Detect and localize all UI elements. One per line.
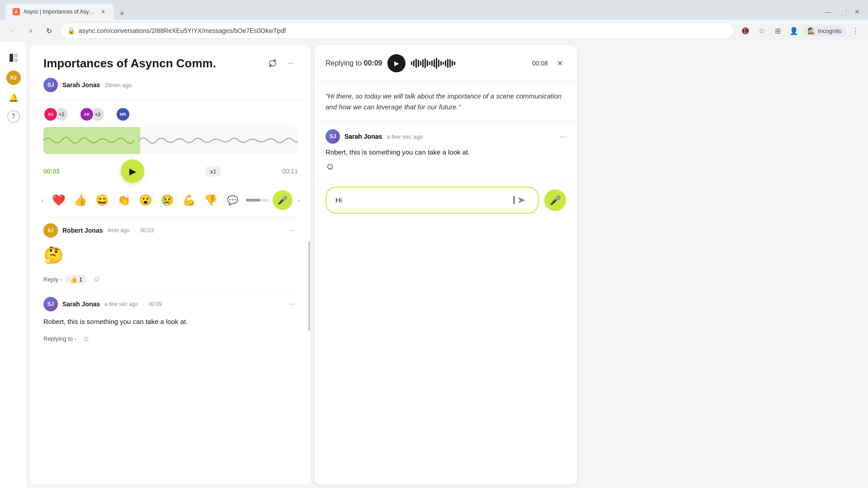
- reply-input-area: Hi 🎤: [315, 179, 577, 221]
- share-button[interactable]: [265, 56, 280, 70]
- listener-avatar-2: AK: [80, 107, 94, 122]
- message-emoji-1: 🤔: [43, 246, 64, 264]
- mic-record-button[interactable]: 🎤: [273, 190, 292, 210]
- scrollbar-thumb[interactable]: [308, 241, 310, 331]
- reply-waveform: [411, 58, 527, 69]
- close-reply-panel-button[interactable]: ✕: [553, 57, 566, 70]
- forward-button[interactable]: ›: [24, 23, 38, 38]
- wave-bar: [454, 61, 455, 65]
- wave-bar: [440, 61, 442, 66]
- send-button[interactable]: [514, 193, 529, 207]
- browser-chrome: A Async | Importances of Asynco Co... ✕ …: [0, 0, 868, 42]
- reaction-heart[interactable]: ❤️: [49, 190, 69, 210]
- reaction-flex[interactable]: 💪: [179, 190, 199, 210]
- separator-2: ·: [142, 301, 144, 307]
- listener-group-2: AK +2: [80, 107, 105, 122]
- message-time-1: 4min ago: [107, 227, 129, 234]
- bookmark-icon[interactable]: ☆: [754, 23, 769, 38]
- wave-bar: [436, 58, 437, 69]
- chrome-menu[interactable]: ⋮: [848, 23, 863, 38]
- reply-mic-button[interactable]: 🎤: [544, 189, 566, 211]
- reply-label-2: Replying to: [43, 335, 73, 342]
- listener-groups: SJ +2 AK +2 MR: [43, 107, 298, 122]
- wave-bar: [443, 62, 444, 65]
- reply-text-input-wrapper[interactable]: Hi: [326, 187, 539, 214]
- listener-group-1: SJ +2: [43, 107, 69, 122]
- reply-play-button[interactable]: ▶: [387, 54, 406, 72]
- user-avatar[interactable]: RJ: [6, 70, 21, 85]
- reaction-thumbsdown[interactable]: 👎: [201, 190, 221, 210]
- reaction-surprised[interactable]: 😮: [136, 190, 156, 210]
- incognito-badge: 🕵 Incognito: [803, 25, 846, 36]
- reply-input-text: Hi: [335, 196, 514, 204]
- reply-label-1: Reply: [43, 276, 58, 283]
- tab-title: Async | Importances of Asynco Co...: [24, 9, 96, 15]
- reaction-clap[interactable]: 👏: [114, 190, 134, 210]
- reply-button-1[interactable]: Reply ›: [43, 274, 62, 285]
- chrome-apps-icon[interactable]: ⊞: [770, 23, 785, 38]
- sidebar-panel-icon[interactable]: [5, 49, 23, 67]
- speed-control[interactable]: x1: [206, 166, 221, 177]
- message-more-2[interactable]: ···: [285, 298, 298, 310]
- svg-rect-0: [9, 54, 13, 62]
- reply-chevron-2: ›: [75, 336, 76, 342]
- more-options-button[interactable]: ···: [283, 56, 298, 70]
- message-body-1: 🤔: [43, 241, 298, 271]
- tab-close-btn[interactable]: ✕: [99, 8, 107, 15]
- wave-bar: [411, 61, 412, 65]
- help-icon[interactable]: ?: [7, 110, 20, 123]
- reaction-bar: ‹ ❤️ 👍 😄 👏 😮 😢 💪 👎 💬 🎤 ›: [31, 187, 311, 214]
- profile-icon[interactable]: 👤: [787, 23, 801, 38]
- window-maximize[interactable]: ⬜: [837, 6, 848, 17]
- window-close[interactable]: ✕: [852, 6, 863, 17]
- comment-button[interactable]: 💬: [222, 190, 242, 210]
- conversation-panel: Importances of Asyncn Comm. ··· SJ Sarah…: [31, 45, 311, 484]
- message-actions-1: Reply › 👍 1 ☺: [43, 273, 298, 286]
- sidebar: RJ 🔔 ?: [0, 42, 27, 488]
- author-row-2: SJ Sarah Jonas a few sec ago · 00:09: [43, 297, 162, 311]
- message-more-1[interactable]: ···: [285, 224, 298, 237]
- reaction-scroll-left[interactable]: ‹: [38, 196, 47, 205]
- reaction-scroll-right[interactable]: ›: [294, 196, 303, 205]
- browser-tabs: A Async | Importances of Asynco Co... ✕ …: [5, 4, 128, 20]
- wave-bar: [413, 60, 415, 66]
- wave-bar: [427, 60, 428, 66]
- address-bar[interactable]: 🔒 async.com/conversations/2I88ReXEu5YIYX…: [60, 23, 734, 39]
- browser-titlebar: A Async | Importances of Asynco Co... ✕ …: [0, 0, 868, 20]
- reaction-sad[interactable]: 😢: [157, 190, 177, 210]
- reply-audio-duration: 00:08: [532, 60, 548, 67]
- reply-header: Replying to 00:09 ▶: [315, 45, 577, 82]
- window-minimize[interactable]: —: [823, 6, 834, 17]
- reaction-count: 1: [79, 276, 82, 283]
- new-tab-button[interactable]: +: [116, 7, 128, 20]
- listener-avatar-3: MR: [116, 107, 130, 122]
- camera-off-icon[interactable]: 📵: [738, 23, 752, 38]
- messages-list: RJ Robert Jonas 4min ago · 00:03 ··· 🤔 R…: [31, 214, 311, 484]
- reply-button-2[interactable]: Replying to ›: [43, 333, 76, 344]
- conversation-header: Importances of Asyncn Comm. ··· SJ Sarah…: [31, 45, 311, 100]
- back-button[interactable]: ‹: [5, 23, 20, 38]
- conversation-title: Importances of Asyncn Comm.: [43, 56, 216, 70]
- browser-toolbar: ‹ › ↻ 🔒 async.com/conversations/2I88ReXE…: [0, 20, 868, 42]
- reply-message-body: Robert, this is something you can take a…: [326, 147, 566, 158]
- title-row: Importances of Asyncn Comm. ···: [43, 56, 298, 70]
- reply-message-more-btn[interactable]: ···: [559, 132, 566, 141]
- reply-add-emoji[interactable]: ☺: [326, 161, 335, 171]
- notifications-icon[interactable]: 🔔: [5, 89, 23, 107]
- title-actions: ···: [265, 56, 298, 70]
- add-reaction-2[interactable]: ☺: [80, 333, 93, 345]
- scrollbar-track: [308, 214, 311, 484]
- reload-button[interactable]: ↻: [42, 23, 56, 38]
- author-name: Sarah Jonas: [62, 81, 100, 89]
- add-reaction-1[interactable]: ☺: [90, 273, 103, 286]
- reaction-laugh[interactable]: 😄: [92, 190, 112, 210]
- audio-player: SJ +2 AK +2 MR: [31, 100, 311, 187]
- play-button[interactable]: ▶: [121, 160, 144, 183]
- wave-bar: [452, 61, 453, 66]
- reply-message-section: SJ Sarah Jonas a few sec ago ··· Robert,…: [315, 122, 577, 179]
- active-tab[interactable]: A Async | Importances of Asynco Co... ✕: [5, 4, 114, 20]
- waveform-container[interactable]: [43, 127, 298, 154]
- reaction-badge-1[interactable]: 👍 1: [66, 275, 87, 284]
- waveform-svg: [43, 127, 298, 154]
- reaction-thumbsup[interactable]: 👍: [71, 190, 90, 210]
